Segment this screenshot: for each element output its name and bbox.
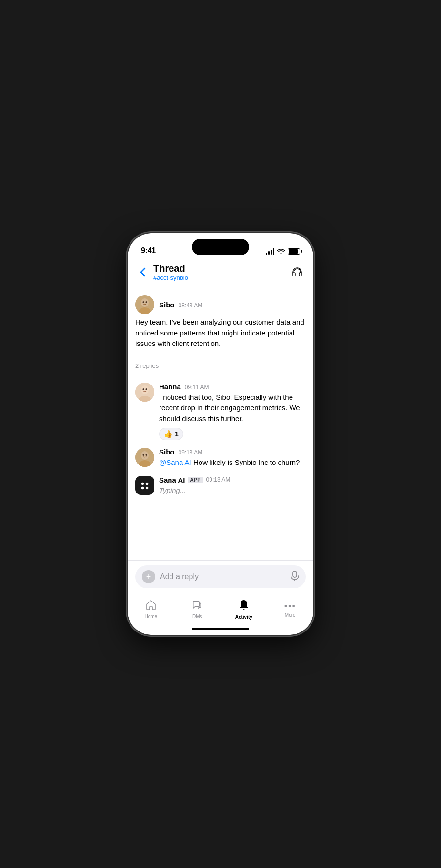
avatar-hanna [135,383,154,402]
reply-input[interactable]: Add a reply [160,572,286,581]
svg-point-20 [141,486,144,489]
nav-dms[interactable]: DMs [183,600,211,619]
replies-section: 2 replies [135,355,306,496]
message-body-original: Hey team, I've been analyzing our custom… [135,317,306,349]
svg-point-3 [141,299,148,306]
activity-icon [239,599,249,613]
reply-body-hanna: I noticed that too, Sibo. Especially wit… [159,392,306,424]
input-area: + Add a reply [128,560,313,594]
original-message: Sibo 08:43 AM Hey team, I've been analyz… [135,295,306,349]
add-attachment-button[interactable]: + [142,570,155,583]
reply-content-sibo2: Sibo 09:13 AM @Sana AI How likely is Syn… [159,448,306,468]
thread-scroll-area[interactable]: Sibo 08:43 AM Hey team, I've been analyz… [128,287,313,560]
page-title: Thread [153,263,289,274]
app-badge: APP [188,477,203,483]
reply-content-sana: Sana AI APP 09:13 AM Typing... [159,476,306,496]
nav-activity[interactable]: Activity [230,599,258,620]
dms-icon [191,600,203,613]
svg-point-5 [146,301,147,303]
svg-rect-22 [293,571,297,577]
nav-more[interactable]: ••• More [276,601,304,618]
reply-body-text-sibo2: How likely is Synbio Inc to churn? [193,458,300,466]
reaction-count: 1 [175,430,179,438]
svg-point-15 [141,452,148,459]
reply-sender-sibo2: Sibo [159,448,175,456]
status-icons [266,247,300,255]
home-icon [145,600,157,613]
nav-more-label: More [285,612,296,618]
channel-name[interactable]: #acct-synbio [153,274,289,281]
reaction-thumbsup[interactable]: 👍 1 [159,428,183,440]
nav-home-label: Home [144,614,157,619]
headphones-button[interactable] [289,264,306,281]
reaction-emoji: 👍 [164,430,173,438]
back-button[interactable] [135,265,150,280]
signal-icon [266,248,274,255]
svg-point-11 [146,388,147,390]
reply-body-sana: Typing... [159,485,306,496]
svg-point-10 [143,388,144,390]
mention-sana[interactable]: @Sana AI [159,458,191,466]
more-icon: ••• [284,601,296,612]
reply-body-sibo2: @Sana AI How likely is Synbio Inc to chu… [159,457,306,468]
home-bar [192,628,249,630]
svg-point-19 [146,482,148,484]
svg-point-21 [146,486,148,489]
nav-activity-label: Activity [235,614,252,620]
status-time: 9:41 [141,247,156,255]
thread-header: Thread #acct-synbio [128,259,313,287]
svg-point-17 [146,454,147,456]
header-title-section: Thread #acct-synbio [150,263,289,281]
svg-point-4 [143,301,144,303]
home-indicator [128,622,313,635]
battery-icon [288,248,300,255]
reply-time-hanna: 09:11 AM [185,384,209,391]
reply-sana-ai: Sana AI APP 09:13 AM Typing... [135,476,306,496]
svg-point-18 [141,482,144,484]
svg-point-9 [141,386,148,393]
wifi-icon [277,247,285,255]
avatar-sibo-original [135,295,154,314]
microphone-button[interactable] [291,571,299,583]
message-time-original: 08:43 AM [179,302,203,309]
avatar-sana-ai [135,476,154,495]
bottom-navigation: Home DMs Activity [128,594,313,622]
replies-count: 2 replies [135,362,159,369]
avatar-sibo-reply [135,448,154,467]
reply-hanna: Hanna 09:11 AM I noticed that too, Sibo.… [135,383,306,441]
reply-input-container: + Add a reply [135,565,306,588]
sender-info-sibo: Sibo 08:43 AM [159,301,202,309]
reply-content-hanna: Hanna 09:11 AM I noticed that too, Sibo.… [159,383,306,441]
reply-sender-sana: Sana AI [159,476,185,484]
sender-name-sibo: Sibo [159,301,175,309]
svg-point-16 [143,454,144,456]
reply-sender-hanna: Hanna [159,383,181,391]
nav-home[interactable]: Home [137,600,165,619]
nav-dms-label: DMs [192,614,202,619]
reply-sibo-mention: Sibo 09:13 AM @Sana AI How likely is Syn… [135,448,306,468]
reply-time-sibo2: 09:13 AM [179,449,203,456]
reply-time-sana: 09:13 AM [206,476,231,483]
